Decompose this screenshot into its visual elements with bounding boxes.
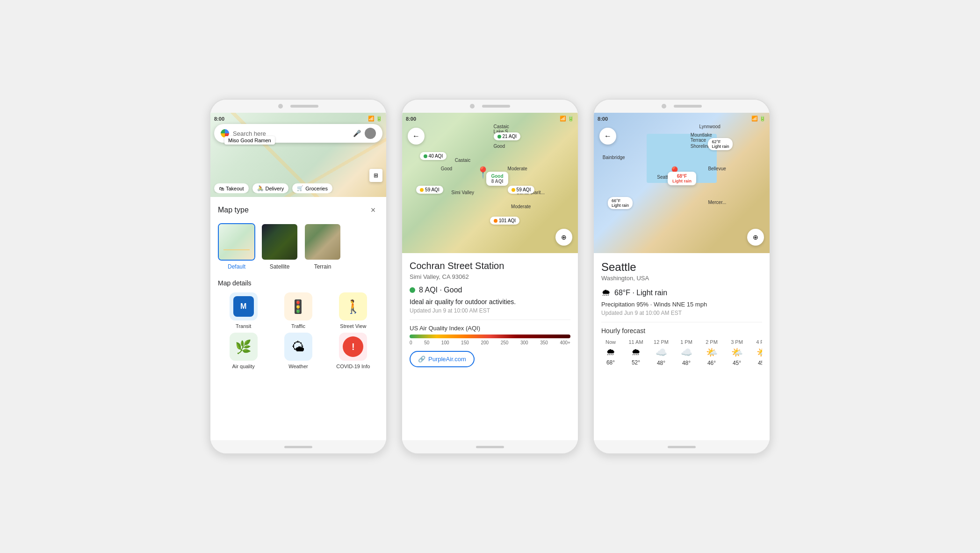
bottom-indicator-2 [476,446,504,448]
close-button[interactable]: × [368,204,379,216]
back-button-2[interactable]: ← [408,128,425,145]
station-address: Simi Valley, CA 93062 [410,273,570,280]
aqi-badge-59b: 59 AQI [508,186,535,194]
groceries-pill[interactable]: 🛒 Groceries [292,183,332,193]
weather-badge-66: 66°FLight rain [608,197,633,209]
terrain-label: Terrain [314,263,331,270]
hourly-now: Now 🌧 68° [601,339,620,366]
panel-header: Map type × [218,204,379,216]
panel-title: Map type [218,206,249,214]
airquality-item[interactable]: 🌿 Air quality [218,333,269,369]
phone-bottom-bar-1 [210,440,386,453]
phone-bottom-bar-3 [594,440,770,453]
purpleair-button[interactable]: 🔗 PurpleAir.com [410,351,475,367]
status-icons: 📶 🔋 [368,116,382,122]
aq-info-panel: Cochran Street Station Simi Valley, CA 9… [402,253,578,440]
takeout-pill[interactable]: 🛍 Takeout [214,183,249,193]
map-type-terrain[interactable]: Terrain [304,223,341,270]
traffic-label: Traffic [291,323,305,329]
phone-1: 8:00 📶 🔋 Search here 🎤 Miso Good Ramen [209,99,387,454]
weather-pin-bubble: 68°F Light rain [668,172,696,185]
aqi-status-row: 8 AQI · Good [410,286,570,294]
airquality-icon: 🌿 [230,333,258,361]
bottom-indicator-1 [284,446,312,448]
filter-pills-row: 🛍 Takeout 🚴 Delivery 🛒 Groceries [210,183,386,193]
covid-item[interactable]: ! COVID-19 Info [328,333,379,369]
weather-item[interactable]: 🌤 Weather [273,333,324,369]
map-type-satellite[interactable]: Satellite [261,223,298,270]
satellite-thumb [261,223,298,261]
location-button-2[interactable]: ⊕ [555,229,572,246]
weather-main-row: 🌧 68°F · Light rain [601,287,762,298]
divider-weather [601,322,762,322]
map-types-row: Default Satellite Terrain [218,223,379,270]
airquality-label: Air quality [232,364,255,369]
transit-label: Transit [236,323,251,329]
aqi-bar [410,335,570,338]
map-label-good-top: Good [494,144,505,149]
phone-1-screen: 8:00 📶 🔋 Search here 🎤 Miso Good Ramen [210,113,386,440]
details-section-title: Map details [218,279,379,287]
status-icons-3: 📶 🔋 [751,116,766,122]
layers-button[interactable]: ⊞ [369,169,382,182]
station-name: Cochran Street Station [410,261,570,271]
map-label-bellevue: Bellevue [708,166,726,171]
map-label-mercer: Mercer... [708,200,726,205]
user-avatar[interactable] [365,128,376,139]
hourly-11am: 11 AM 🌧 52° [627,339,645,366]
aq-map: 8:00 📶 🔋 ← CastaicLake S... Good Castaic… [402,113,578,253]
time-3: 8:00 [598,116,608,122]
transit-icon: M [230,292,258,320]
good-bubble: Good 8 AQI [486,172,508,186]
map-label-shoreline: Shoreline [691,144,710,149]
aqi-status-value: 8 AQI · Good [419,286,462,294]
map-label-bainbridge: Bainbridge [603,155,625,160]
divider-1 [410,320,570,320]
aqi-description: Ideal air quality for outdoor activities… [410,298,570,306]
camera-dot [278,104,283,109]
aqi-dot-59a [420,188,424,192]
phone-top-bar-2 [402,100,578,113]
aqi-index-label: US Air Quality Index (AQI) [410,325,570,332]
aqi-badge-40: 40 AQI [420,152,447,160]
phone-top-bar-3 [594,100,770,113]
default-label: Default [228,263,245,270]
map-label-lynnwood: Lynnwood [699,124,721,129]
location-button-3[interactable]: ⊕ [747,229,764,246]
place-label: Miso Good Ramen [224,136,275,145]
streetview-item[interactable]: 🚶 Street View [328,292,379,329]
satellite-thumb-preview [262,224,297,260]
weather-map: 8:00 📶 🔋 ← Lynnwood MountlakeTerrace Sho… [594,113,770,253]
map-label-good2: Good [441,166,452,171]
purpleair-label: PurpleAir.com [428,356,466,363]
transit-item[interactable]: M Transit [218,292,269,329]
hourly-1pm: 1 PM ☁️ 48° [677,339,696,366]
aqi-updated: Updated Jun 9 at 10:00 AM EST [410,307,570,314]
status-bar-2: 8:00 📶 🔋 [406,116,574,122]
terrain-thumb [304,223,341,261]
map-background: 8:00 📶 🔋 Search here 🎤 Miso Good Ramen [210,113,386,197]
aqi-badge-59a: 59 AQI [416,186,443,194]
default-thumb-preview [219,224,254,260]
mic-icon[interactable]: 🎤 [353,130,361,137]
time-display: 8:00 [214,116,224,122]
rain-icon: 🌧 [601,287,611,298]
traffic-item[interactable]: 🚦 Traffic [273,292,324,329]
time-2: 8:00 [406,116,416,122]
transit-icon-inner: M [233,296,254,317]
delivery-pill[interactable]: 🚴 Delivery [252,183,289,193]
covid-icon-inner: ! [343,336,363,357]
aqi-status-dot [410,287,415,293]
phones-container: 8:00 📶 🔋 Search here 🎤 Miso Good Ramen [209,99,771,454]
phone-2: 8:00 📶 🔋 ← CastaicLake S... Good Castaic… [401,99,579,454]
weather-icon: 🌤 [284,333,312,361]
weather-full-view: 8:00 📶 🔋 ← Lynnwood MountlakeTerrace Sho… [594,113,770,440]
map-label-castaicarea: Castaic [455,158,470,163]
external-link-icon: 🔗 [418,356,425,363]
map-type-default[interactable]: Default [218,223,255,270]
aqi-badge-21: 21 AQI [494,132,521,140]
default-thumb [218,223,255,261]
back-button-3[interactable]: ← [599,128,616,145]
weather-details: Precipitation 95% · Winds NNE 15 mph [601,301,762,308]
weather-label: Weather [288,364,308,369]
